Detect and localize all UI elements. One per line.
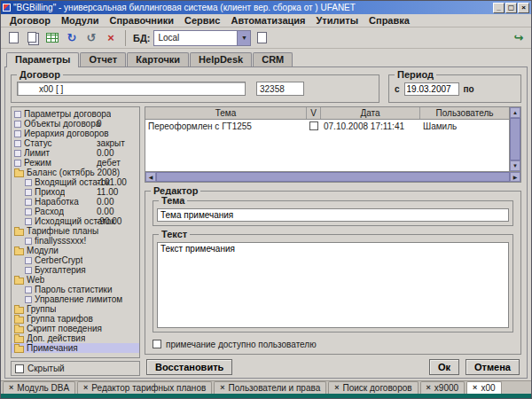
- vertical-scroll-thumb[interactable]: [510, 118, 520, 160]
- close-icon[interactable]: ×: [426, 384, 431, 392]
- period-from-input[interactable]: [404, 82, 459, 96]
- tree-item-tariff-plans[interactable]: Тарифные планы: [12, 226, 139, 236]
- tree-item-tariff-plan[interactable]: finallysssxxx!: [12, 236, 139, 246]
- menu-item-automation[interactable]: Автоматизация: [225, 15, 310, 26]
- toolbar: ↻ ↺ × БД: Local ▼ ↪: [1, 27, 531, 49]
- tree-item-expense[interactable]: Расход0.00: [12, 207, 139, 216]
- contract-title-field[interactable]: x00 [ ]: [17, 82, 246, 96]
- scroll-up-icon[interactable]: ▲: [510, 107, 520, 118]
- column-header-date[interactable]: Дата: [321, 107, 420, 119]
- tree-item-label: Объекты договора: [24, 119, 100, 129]
- table-icon[interactable]: [43, 29, 61, 47]
- exit-icon[interactable]: ↪: [510, 29, 528, 47]
- ok-button[interactable]: Ок: [429, 359, 459, 375]
- column-header-user[interactable]: Пользователь: [420, 107, 509, 119]
- note-visible-checkbox[interactable]: [153, 340, 161, 348]
- menu-item-directories[interactable]: Справочники: [104, 15, 179, 26]
- minimize-button[interactable]: _: [493, 3, 505, 13]
- restore-button[interactable]: Восстановить: [146, 359, 232, 375]
- bottom-tab-label: Пользователи и права: [229, 383, 321, 393]
- tree-item-cerbercrypt[interactable]: CerberCrypt: [12, 255, 139, 265]
- close-button[interactable]: ×: [518, 3, 529, 13]
- tree-item-incoming-balance[interactable]: Входящий остаток-101.00: [12, 177, 139, 187]
- bottom-tab-bar: ×Модуль DBA ×Редактор тарифных планов ×П…: [1, 380, 531, 394]
- tree-item-limit-management[interactable]: Управление лимитом: [12, 294, 139, 304]
- folder-icon: [14, 278, 24, 285]
- bottom-tab-tariff-editor[interactable]: ×Редактор тарифных планов: [77, 381, 212, 394]
- table-vertical-scrollbar[interactable]: ▲ ▼: [509, 107, 520, 171]
- row-checkbox[interactable]: [309, 121, 318, 130]
- tree-item-tariff-group[interactable]: Группа тарифов: [12, 314, 139, 324]
- cancel-button[interactable]: Отмена: [466, 359, 520, 375]
- folder-icon: [14, 170, 24, 177]
- scroll-right-icon[interactable]: ▶: [510, 172, 520, 182]
- scroll-left-icon[interactable]: ◀: [145, 172, 156, 182]
- close-icon[interactable]: ×: [83, 384, 88, 392]
- hidden-checkbox[interactable]: [15, 364, 24, 373]
- close-icon[interactable]: ×: [473, 384, 477, 392]
- db-select[interactable]: Local ▼: [153, 30, 251, 46]
- tab-cards[interactable]: Карточки: [127, 52, 189, 66]
- new-document-icon[interactable]: [4, 29, 22, 47]
- tab-report[interactable]: Отчет: [80, 52, 126, 66]
- tree-item-mode[interactable]: Режимдебет: [12, 158, 139, 168]
- bottom-tab-users-rights[interactable]: ×Пользователи и права: [214, 381, 326, 394]
- table-horizontal-scrollbar[interactable]: ◀ ▶: [145, 172, 521, 183]
- tree-item-modules[interactable]: Модули: [12, 246, 139, 255]
- tree-item-groups[interactable]: Группы: [12, 304, 139, 314]
- tree-item-contract-objects[interactable]: Объекты договора0: [12, 119, 139, 129]
- folder-icon: [14, 346, 24, 353]
- tree-item-accounting[interactable]: Бухгалтерия: [12, 265, 139, 275]
- tree-item-balance[interactable]: Баланс (октябрь 2008): [12, 168, 139, 177]
- scroll-down-icon[interactable]: ▼: [510, 160, 520, 171]
- tree-item-status[interactable]: Статусзакрыт: [12, 138, 139, 148]
- menu-item-utilities[interactable]: Утилиты: [311, 15, 364, 26]
- bottom-tab-contract-search[interactable]: ×Поиск договоров: [328, 381, 418, 394]
- tree-item-contract-params[interactable]: Параметры договора: [12, 109, 139, 119]
- contract-number-field[interactable]: 32358: [256, 82, 304, 96]
- close-icon[interactable]: ×: [9, 384, 13, 392]
- note-user-cell: Шамиль: [420, 120, 509, 132]
- tree-item-accrued[interactable]: Наработка0.00: [12, 197, 139, 207]
- tree-item-contract-hierarchy[interactable]: Иерархия договоров: [12, 129, 139, 138]
- menu-item-modules[interactable]: Модули: [56, 15, 105, 26]
- table-glyph: [46, 33, 59, 43]
- bottom-tab-x9000[interactable]: ×x9000: [420, 381, 466, 394]
- tree-item-notes[interactable]: Примечания: [12, 343, 139, 353]
- note-theme-input[interactable]: [157, 208, 509, 222]
- close-icon[interactable]: ×: [220, 384, 224, 392]
- tree-item-behavior-script[interactable]: Скрипт поведения: [12, 324, 139, 333]
- report-icon[interactable]: [253, 29, 270, 47]
- tab-parameters[interactable]: Параметры: [6, 52, 79, 66]
- horizontal-scroll-thumb[interactable]: [156, 172, 510, 182]
- tree-item-limit[interactable]: Лимит0.00: [12, 148, 139, 158]
- app-window: "BGBilling" - универсальная биллинговая …: [0, 0, 532, 399]
- delete-icon[interactable]: ×: [102, 29, 120, 47]
- close-icon[interactable]: ×: [334, 384, 339, 392]
- tree-item-stats-password[interactable]: Пароль статистики: [12, 285, 139, 294]
- tree-item-outgoing-balance[interactable]: Исходящий остаток-90.00: [12, 216, 139, 226]
- document-icon: [14, 140, 21, 147]
- bottom-tab-x00[interactable]: ×x00: [466, 381, 501, 394]
- tree-item-extra-actions[interactable]: Доп. действия: [12, 333, 139, 343]
- table-row[interactable]: Переоформлен с ГТ1255 07.10.2008 17:11:4…: [145, 120, 509, 132]
- tab-helpdesk[interactable]: HelpDesk: [190, 52, 252, 66]
- hidden-filter: Скрытый: [11, 361, 140, 376]
- period-to-label: по: [464, 84, 474, 94]
- tree-item-income[interactable]: Приход11.00: [12, 187, 139, 197]
- maximize-button[interactable]: ▢: [505, 3, 517, 13]
- sync-icon[interactable]: ↺: [82, 29, 100, 47]
- tab-crm[interactable]: CRM: [253, 52, 293, 66]
- bottom-tab-dba-module[interactable]: ×Модуль DBA: [3, 381, 75, 394]
- documents-icon[interactable]: [24, 29, 42, 47]
- menu-item-contract[interactable]: Договор: [4, 15, 56, 26]
- column-header-theme[interactable]: Тема: [145, 107, 307, 119]
- note-text-input[interactable]: Текст примечания: [157, 242, 509, 328]
- column-header-checked[interactable]: V: [307, 107, 321, 119]
- menu-item-service[interactable]: Сервис: [179, 15, 225, 26]
- menu-item-help[interactable]: Справка: [364, 15, 415, 26]
- refresh-icon[interactable]: ↻: [63, 29, 81, 47]
- editor-group: Редактор Тема Текст Текст примечания при…: [145, 191, 521, 355]
- folder-icon: [14, 248, 24, 255]
- tree-item-web[interactable]: Web: [12, 275, 139, 285]
